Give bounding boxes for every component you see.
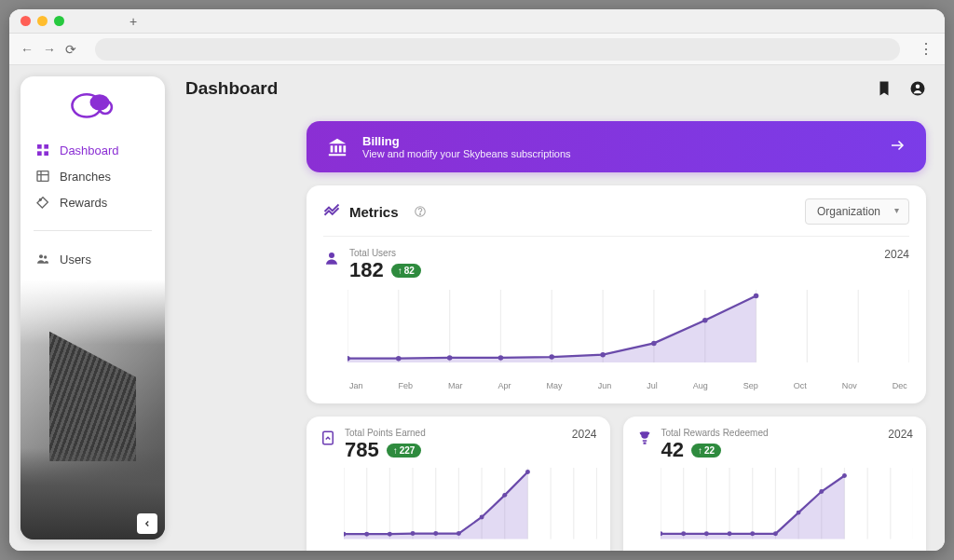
sidebar-item-dashboard[interactable]: Dashboard <box>20 137 165 163</box>
scope-select[interactable]: Organization <box>805 198 909 225</box>
svg-rect-6 <box>44 151 48 156</box>
svg-point-35 <box>549 354 554 360</box>
sidebar: Dashboard Branches Rewards <box>20 76 165 540</box>
metric-year: 2024 <box>888 428 913 441</box>
billing-text: Billing View and modify your Skybeans su… <box>362 134 874 159</box>
svg-point-14 <box>916 85 920 89</box>
browser-tab-bar: + <box>120 14 934 29</box>
bookmark-icon[interactable] <box>876 80 893 97</box>
sidebar-collapse-button[interactable] <box>137 513 157 534</box>
sidebar-divider <box>34 230 152 231</box>
metric-delta-badge: ↑ 227 <box>387 444 422 458</box>
svg-point-33 <box>447 355 453 361</box>
chart-rewards-redeemed: JanFebMarAprMayJunJulAugSepOctNovDec <box>636 468 914 551</box>
scope-value: Organization <box>817 205 880 218</box>
browser-toolbar: ← → ⟳ ⋮ <box>9 34 945 65</box>
maximize-window-button[interactable] <box>54 16 64 26</box>
sidebar-item-rewards[interactable]: Rewards <box>20 189 165 215</box>
traffic-lights <box>20 16 64 26</box>
svg-point-11 <box>39 254 43 258</box>
svg-point-38 <box>702 318 708 323</box>
billing-card[interactable]: Billing View and modify your Skybeans su… <box>307 121 926 172</box>
metric-rewards-redeemed: Total Rewards Redeemed 42 ↑ 22 2024 <box>623 417 927 551</box>
metrics-title: Metrics <box>349 204 399 220</box>
svg-rect-7 <box>37 171 48 182</box>
svg-point-61 <box>525 470 530 474</box>
browser-menu-button[interactable]: ⋮ <box>919 40 934 58</box>
header-actions <box>876 80 926 97</box>
trophy-icon <box>636 430 653 446</box>
address-bar[interactable] <box>95 38 900 61</box>
sidebar-item-label: Dashboard <box>60 143 119 157</box>
main-header: Dashboard <box>185 78 926 99</box>
reload-button[interactable]: ⟳ <box>65 42 76 57</box>
svg-point-75 <box>681 532 686 537</box>
months-axis: JanFebMarAprMayJunJulAugSepOctNovDec <box>348 381 909 390</box>
back-button[interactable]: ← <box>20 42 34 57</box>
billing-title: Billing <box>362 134 874 148</box>
svg-point-17 <box>419 213 420 214</box>
analytics-icon <box>323 203 340 220</box>
dashboard-icon <box>35 143 50 157</box>
svg-point-59 <box>480 515 484 520</box>
svg-point-76 <box>703 532 708 537</box>
svg-point-32 <box>396 356 402 362</box>
branches-icon <box>35 169 50 184</box>
chart-points-earned: JanFebMarAprMayJunJulAugSepOctNovDec <box>320 468 597 551</box>
metric-label: Total Points Earned <box>345 428 564 438</box>
sidebar-item-branches[interactable]: Branches <box>20 163 165 189</box>
bank-icon <box>327 137 348 157</box>
arrow-right-icon <box>889 137 906 157</box>
sidebar-nav: Dashboard Branches Rewards <box>20 130 165 223</box>
titlebar: + <box>9 9 945 34</box>
minimize-window-button[interactable] <box>37 16 48 26</box>
metric-points-earned: Total Points Earned 785 ↑ 227 2024 <box>307 417 610 551</box>
help-icon[interactable] <box>414 205 427 218</box>
metric-label: Total Users <box>349 248 875 258</box>
users-icon <box>35 252 50 266</box>
chart-total-users: JanFebMarAprMayJunJulAugSepOctNovDec <box>323 290 909 390</box>
svg-rect-3 <box>37 144 42 149</box>
metric-value: 785 <box>345 438 379 462</box>
sidebar-item-label: Branches <box>60 170 111 184</box>
svg-point-77 <box>727 532 731 537</box>
sidebar-hero-image <box>20 280 165 540</box>
svg-point-36 <box>600 352 606 358</box>
svg-point-56 <box>411 532 416 537</box>
sidebar-nav-secondary: Users <box>20 239 165 280</box>
small-metrics-row: Total Points Earned 785 ↑ 227 2024 <box>307 417 926 551</box>
svg-point-37 <box>651 341 657 347</box>
forward-button[interactable]: → <box>43 42 56 57</box>
metric-total-users: Total Users 182 ↑ 82 2024 <box>323 248 909 390</box>
metric-year: 2024 <box>884 248 909 261</box>
svg-point-80 <box>796 511 800 515</box>
metric-label: Total Rewards Redeemed <box>661 428 880 438</box>
svg-point-78 <box>750 532 755 537</box>
user-icon <box>323 250 340 266</box>
svg-point-34 <box>498 355 504 361</box>
metric-value: 42 <box>661 438 684 462</box>
svg-point-39 <box>754 294 759 299</box>
svg-point-79 <box>772 532 777 537</box>
points-icon <box>320 430 336 446</box>
account-icon[interactable] <box>909 80 926 97</box>
page-title: Dashboard <box>185 78 278 99</box>
metrics-header: Metrics Organization <box>323 198 909 237</box>
svg-point-58 <box>457 532 461 537</box>
svg-point-57 <box>433 532 438 537</box>
metric-delta-badge: ↑ 22 <box>691 444 721 458</box>
main-content: Dashboard Billing View and modify your <box>165 65 945 551</box>
app-content: Dashboard Branches Rewards <box>9 65 945 551</box>
sidebar-item-users[interactable]: Users <box>20 246 165 272</box>
sidebar-item-label: Users <box>60 253 91 266</box>
metric-year: 2024 <box>572 428 597 441</box>
svg-point-12 <box>44 255 47 258</box>
svg-point-54 <box>364 532 369 537</box>
svg-point-18 <box>329 253 334 258</box>
close-window-button[interactable] <box>20 16 31 26</box>
svg-point-55 <box>388 532 392 537</box>
svg-point-82 <box>841 473 846 478</box>
sidebar-item-label: Rewards <box>60 196 107 210</box>
svg-point-10 <box>39 198 41 200</box>
new-tab-button[interactable]: + <box>129 14 137 29</box>
